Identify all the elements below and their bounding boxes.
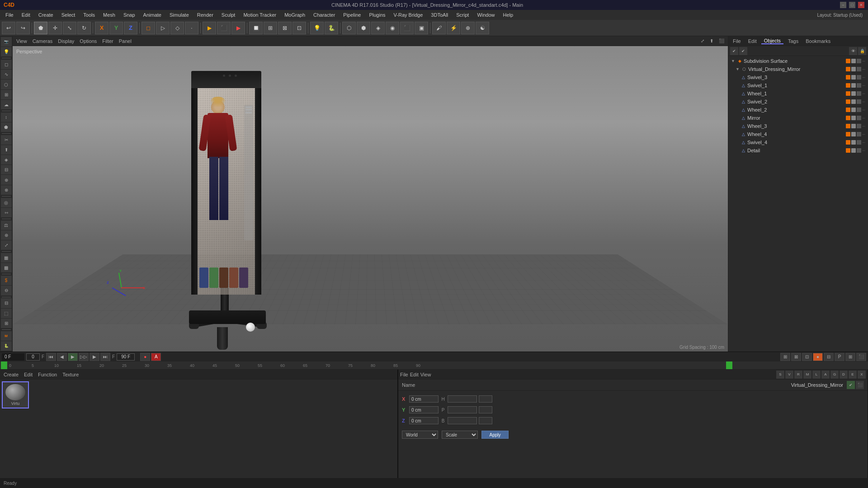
mirror-vis[interactable]: [851, 116, 856, 120]
menu-3dtoall[interactable]: 3DToAll: [427, 11, 452, 19]
minimize-btn[interactable]: −: [840, 2, 846, 8]
tree-subdivision-surface[interactable]: ▼ ◆ Subdivision Surface ···: [729, 57, 867, 65]
props-tb1[interactable]: S: [776, 371, 784, 379]
lt-extra2[interactable]: ⊖: [1, 286, 12, 295]
render-btn[interactable]: ▶: [203, 22, 216, 34]
tree-wheel4[interactable]: △ Wheel_4 ···: [729, 130, 867, 138]
tb-extra6[interactable]: ▣: [415, 22, 428, 34]
scene-tb-lock[interactable]: 🔒: [858, 47, 866, 55]
tab-bookmarks[interactable]: Bookmarks: [803, 38, 833, 44]
tab-tags[interactable]: Tags: [785, 38, 801, 44]
snap2-btn[interactable]: ⊞: [264, 22, 277, 34]
lt-floor[interactable]: ⊟: [1, 298, 12, 308]
redo-btn[interactable]: ↪: [16, 22, 30, 34]
tb-extra2[interactable]: ⬢: [357, 22, 370, 34]
mat-function[interactable]: Function: [38, 372, 57, 377]
b-val[interactable]: [448, 417, 477, 424]
lt-extra1[interactable]: $: [1, 276, 12, 285]
lt-sym[interactable]: ⇿: [1, 208, 12, 217]
lt-weight[interactable]: ⚖: [1, 221, 12, 230]
detail-render[interactable]: [857, 148, 861, 153]
vp-display-menu[interactable]: Display: [58, 38, 74, 44]
w2-vis[interactable]: [851, 108, 856, 112]
tl-btn1[interactable]: ⊞: [780, 353, 790, 361]
snap3-btn[interactable]: ⊠: [278, 22, 292, 34]
lt-move[interactable]: ↕: [1, 113, 12, 122]
goto-end-btn[interactable]: ⏭: [100, 353, 110, 361]
detail-vis[interactable]: [851, 148, 856, 153]
w3-more[interactable]: ···: [862, 124, 865, 128]
lt-extrude[interactable]: ⬆: [1, 145, 12, 155]
p-val[interactable]: [448, 406, 477, 413]
undo-btn[interactable]: ↩: [2, 22, 15, 34]
expand-vdm[interactable]: ▼: [736, 67, 740, 71]
goto-start-btn[interactable]: ⏮: [46, 353, 56, 361]
menu-motiontracker[interactable]: Motion Tracker: [240, 11, 280, 19]
visibility-dot[interactable]: [851, 59, 856, 63]
menu-create[interactable]: Create: [35, 11, 57, 19]
b-size[interactable]: [479, 417, 492, 424]
lt-cameras[interactable]: 📷: [1, 37, 12, 47]
w2-more[interactable]: ···: [862, 108, 865, 112]
menu-edit[interactable]: Edit: [18, 11, 34, 19]
s1-render[interactable]: [857, 83, 861, 88]
menu-pipeline[interactable]: Pipeline: [340, 11, 364, 19]
prev-frame-btn[interactable]: ◀: [57, 353, 67, 361]
edge-mode-btn[interactable]: ◇: [170, 22, 184, 34]
tb-extra1[interactable]: ⬡: [342, 22, 356, 34]
mirror-render[interactable]: [857, 116, 861, 120]
tb-extra8[interactable]: ☯: [476, 22, 489, 34]
play-btn[interactable]: ▶: [68, 353, 78, 361]
tb-extra4[interactable]: ◉: [386, 22, 399, 34]
lt-lights[interactable]: 💡: [1, 47, 12, 56]
props-tb8[interactable]: D: [840, 371, 848, 379]
tree-swivel4[interactable]: △ Swivel_4 ···: [729, 138, 867, 146]
props-tb2[interactable]: V: [785, 371, 793, 379]
s4-vis[interactable]: [851, 140, 856, 145]
tb-extra7[interactable]: ⊕: [461, 22, 475, 34]
z-pos-val[interactable]: 0 cm: [409, 417, 439, 424]
material-thumb-virtu[interactable]: Virtu: [2, 381, 29, 408]
menu-mesh[interactable]: Mesh: [99, 11, 119, 19]
lt-loop-sel[interactable]: ⊕: [1, 175, 12, 184]
x-axis-btn[interactable]: X: [95, 22, 108, 34]
lt-extra4[interactable]: ⊞: [1, 319, 12, 328]
p-size[interactable]: [479, 406, 492, 413]
w1-vis[interactable]: [851, 91, 856, 96]
name-tb2[interactable]: ⬛: [856, 381, 864, 389]
menu-character[interactable]: Character: [310, 11, 339, 19]
menu-window[interactable]: Window: [473, 11, 498, 19]
record-btn[interactable]: ●: [140, 353, 150, 361]
scale-btn[interactable]: ⤡: [63, 22, 76, 34]
snap4-btn[interactable]: ⊡: [292, 22, 306, 34]
snap-btn[interactable]: 🔲: [249, 22, 263, 34]
name-tb1[interactable]: ✔: [847, 381, 855, 389]
vp-icon2[interactable]: ⬆: [710, 38, 713, 43]
s3-more[interactable]: ···: [862, 75, 865, 80]
lt-py2[interactable]: 🐍: [1, 341, 12, 351]
props-tab-edit[interactable]: Edit: [410, 372, 419, 377]
live-select-btn[interactable]: ⬟: [34, 22, 47, 34]
y-pos-val[interactable]: 0 cm: [409, 406, 439, 413]
vp-view-menu[interactable]: View: [16, 38, 27, 44]
scale-dropdown[interactable]: Scale: [442, 431, 478, 439]
w4-render[interactable]: [857, 132, 861, 136]
s2-render[interactable]: [857, 99, 861, 104]
lt-extra3[interactable]: ⬚: [1, 309, 12, 318]
lt-environment[interactable]: ☁: [1, 100, 12, 109]
z-axis-btn[interactable]: Z: [124, 22, 137, 34]
lt-soft-sel[interactable]: ◎: [1, 198, 12, 207]
light-btn[interactable]: 💡: [310, 22, 324, 34]
mat-create[interactable]: Create: [4, 372, 19, 377]
s3-render[interactable]: [857, 75, 861, 80]
scene-tb-eye[interactable]: 👁: [849, 47, 857, 55]
props-tb7[interactable]: G: [830, 371, 839, 379]
menu-plugins[interactable]: Plugins: [365, 11, 389, 19]
tb-magnet[interactable]: ⚡: [447, 22, 460, 34]
lt-bevel[interactable]: ◈: [1, 155, 12, 164]
mat-edit[interactable]: Edit: [24, 372, 33, 377]
menu-script[interactable]: Script: [453, 11, 472, 19]
menu-help[interactable]: Help: [500, 11, 517, 19]
menu-vray[interactable]: V-Ray Bridge: [390, 11, 427, 19]
vp-cameras-menu[interactable]: Cameras: [33, 38, 53, 44]
